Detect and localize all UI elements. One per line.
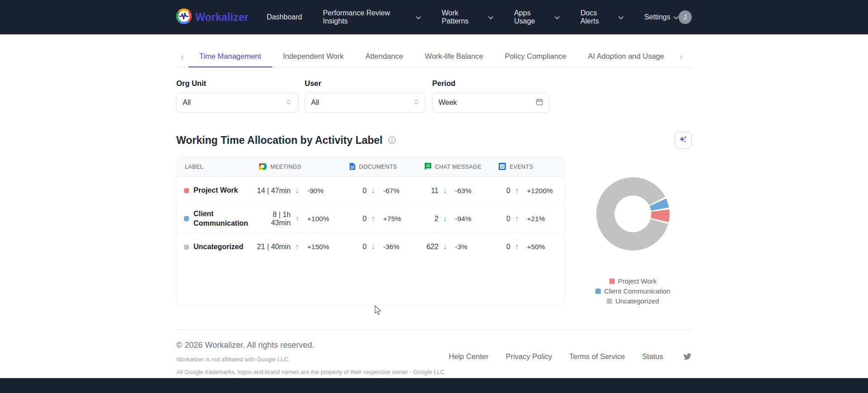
meetings-change: +150% <box>307 243 330 251</box>
tab-attendance[interactable]: Attendance <box>354 46 414 67</box>
info-icon[interactable] <box>388 136 396 144</box>
chevrons-up-down-icon <box>285 99 292 107</box>
chart-legend: Project Work Client Communication Uncate… <box>595 277 670 305</box>
trend-up-icon: ↑ <box>515 186 519 195</box>
trend-down-icon: ↓ <box>443 214 447 223</box>
column-header-label: LABEL <box>177 164 253 170</box>
donut-chart[interactable] <box>592 173 674 255</box>
meetings-change: +100% <box>307 215 330 223</box>
section-header: Working Time Allocation by Activity Labe… <box>176 132 692 149</box>
legend-swatch <box>609 279 615 284</box>
period-input[interactable]: Week <box>432 93 550 113</box>
workalizer-logo[interactable]: Workalizer <box>176 9 249 26</box>
help-center-link[interactable]: Help Center <box>449 352 489 361</box>
legend-item-client-communication[interactable]: Client Communication <box>595 287 670 295</box>
chat-value: 2 <box>418 215 439 223</box>
terms-of-service-link[interactable]: Terms of Service <box>569 352 625 361</box>
insight-tabs: ‹ Time Management Independent Work Atten… <box>176 46 692 67</box>
table-row[interactable]: Project Work 14 | 47min ↓ -90% 0 ↓ -67% … <box>177 176 565 204</box>
table-header-row: LABEL MEETINGS DOCUMENTS <box>177 157 565 176</box>
nav-item-apps-usage[interactable]: Apps Usage <box>514 9 560 25</box>
user-select[interactable]: All <box>305 93 426 113</box>
chevron-down-icon <box>416 16 421 19</box>
column-header-events: 31 EVENTS <box>492 163 565 171</box>
label-color-bullet <box>184 216 189 221</box>
affiliation-disclaimer: Workalizer is not affiliated with Google… <box>176 356 444 363</box>
period-label: Period <box>432 79 550 88</box>
tab-independent-work[interactable]: Independent Work <box>272 46 355 67</box>
org-unit-select[interactable]: All <box>176 93 298 113</box>
meetings-cell: 14 | 47min ↓ -90% <box>253 186 343 195</box>
table-row[interactable]: Uncategorized 21 | 40min ↑ +150% 0 ↓ -36… <box>177 233 565 261</box>
legend-swatch <box>607 298 612 304</box>
events-change: +50% <box>527 243 545 251</box>
tab-ai-adoption-and-usage[interactable]: AI Adoption and Usage <box>577 46 675 67</box>
filters-bar: Org Unit All User All Period <box>176 79 692 113</box>
activity-label: Client Communication <box>193 209 249 228</box>
meetings-cell: 8 | 1h 43min ↑ +100% <box>253 211 343 227</box>
documents-change: +75% <box>383 215 401 223</box>
tabs-scroll-right-icon[interactable]: › <box>675 46 687 67</box>
trend-down-icon: ↓ <box>371 186 375 195</box>
nav-item-docs-alerts[interactable]: Docs Alerts <box>580 9 623 25</box>
activity-allocation-panel: LABEL MEETINGS DOCUMENTS <box>176 157 692 305</box>
activity-label: Project Work <box>193 186 238 195</box>
events-cell: 0 ↑ +50% <box>492 242 565 251</box>
documents-value: 0 <box>343 215 367 223</box>
chat-change: -63% <box>455 187 472 195</box>
trend-down-icon: ↓ <box>443 186 447 195</box>
nav-item-work-patterns[interactable]: Work Patterns <box>442 9 493 25</box>
events-value: 0 <box>492 187 510 195</box>
google-calendar-icon: 31 <box>499 163 506 171</box>
column-header-chat-message: CHAT MESSAGE <box>418 163 492 171</box>
org-unit-label: Org Unit <box>176 79 298 88</box>
activity-label: Uncategorized <box>193 242 243 252</box>
nav-item-settings[interactable]: Settings <box>644 13 679 21</box>
legend-item-project-work[interactable]: Project Work <box>609 277 657 285</box>
chat-cell: 2 ↓ -94% <box>418 214 492 223</box>
trend-up-icon: ↑ <box>295 242 299 251</box>
meetings-value: 21 | 40min <box>253 243 291 251</box>
user-avatar[interactable]: J <box>679 10 692 24</box>
chevrons-up-down-icon <box>413 99 420 107</box>
table-row[interactable]: Client Communication 8 | 1h 43min ↑ +100… <box>177 204 565 233</box>
meetings-value: 14 | 47min <box>253 187 291 195</box>
main-nav: Dashboard Performance Review Insights Wo… <box>267 9 679 25</box>
twitter-icon[interactable] <box>683 353 692 360</box>
trademark-disclaimer: All Google trademarks, logos and brand n… <box>176 369 444 375</box>
label-color-bullet <box>184 245 189 250</box>
documents-cell: 0 ↑ +75% <box>343 214 418 223</box>
column-header-documents: DOCUMENTS <box>343 163 418 171</box>
page-footer: © 2026 Workalizer. All rights reserved. … <box>176 329 692 375</box>
meetings-cell: 21 | 40min ↑ +150% <box>253 242 343 251</box>
calendar-icon <box>536 98 543 108</box>
ai-insights-button[interactable] <box>675 132 692 149</box>
filter-user: User All <box>305 79 426 113</box>
legend-item-uncategorized[interactable]: Uncategorized <box>607 297 659 305</box>
trend-up-icon: ↑ <box>371 214 375 223</box>
status-link[interactable]: Status <box>642 352 663 361</box>
privacy-policy-link[interactable]: Privacy Policy <box>506 352 552 361</box>
tab-work-life-balance[interactable]: Work-life Balance <box>414 46 494 67</box>
filter-period: Period Week <box>432 79 550 113</box>
legend-swatch <box>595 289 601 294</box>
chevron-down-icon <box>618 16 623 19</box>
chat-change: -94% <box>455 215 472 223</box>
copyright-text: © 2026 Workalizer. All rights reserved. <box>176 341 444 350</box>
trend-up-icon: ↑ <box>515 242 519 251</box>
filter-org-unit: Org Unit All <box>176 79 298 113</box>
tabs-scroll-left-icon[interactable]: ‹ <box>176 46 189 67</box>
tab-policy-compliance[interactable]: Policy Compliance <box>494 46 577 67</box>
trend-up-icon: ↑ <box>515 214 519 223</box>
label-color-bullet <box>184 188 189 193</box>
tab-time-management[interactable]: Time Management <box>189 46 272 67</box>
nav-item-dashboard[interactable]: Dashboard <box>267 13 302 21</box>
workalizer-logo-icon <box>176 9 192 26</box>
nav-item-performance-review-insights[interactable]: Performance Review Insights <box>323 9 421 25</box>
chat-cell: 622 ↓ -3% <box>418 242 492 251</box>
activity-table: LABEL MEETINGS DOCUMENTS <box>176 157 565 305</box>
top-navbar: Workalizer Dashboard Performance Review … <box>0 0 868 34</box>
sparkles-icon <box>679 135 688 146</box>
documents-change: -67% <box>383 187 400 195</box>
google-docs-icon <box>349 163 355 171</box>
